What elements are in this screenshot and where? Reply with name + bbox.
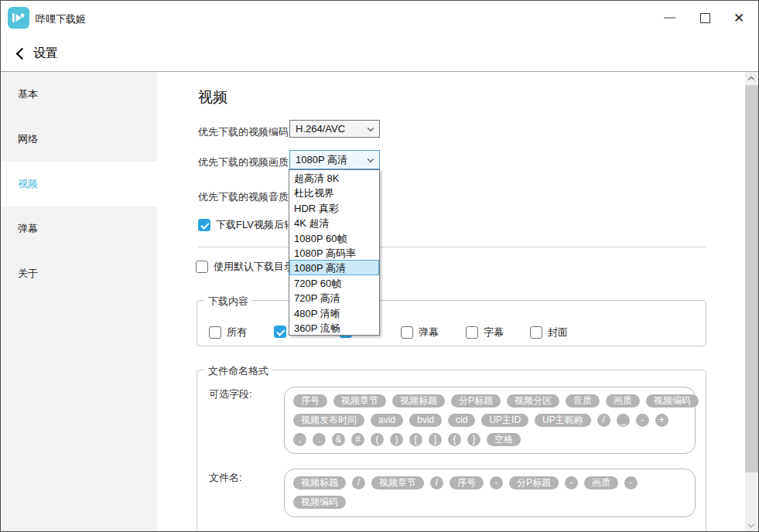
sidebar-item-0[interactable]: 基本 xyxy=(1,72,157,117)
close-button[interactable]: ✕ xyxy=(721,1,757,35)
available-field-tag[interactable]: - xyxy=(636,414,649,427)
available-field-tag[interactable]: . xyxy=(313,433,326,446)
codec-label: 优先下载的视频编码: xyxy=(198,125,292,139)
filename-field-tag[interactable]: - xyxy=(624,476,638,489)
available-field-tag[interactable]: , xyxy=(293,433,306,446)
available-field-tag[interactable]: 音质 xyxy=(566,394,600,408)
filename-field-tag[interactable]: 视频章节 xyxy=(371,476,424,489)
minimize-button[interactable] xyxy=(651,1,687,35)
download-content-checkbox-5[interactable]: 封面 xyxy=(530,326,568,339)
window-title: 哔哩下载姬 xyxy=(36,12,86,26)
quality-option-5[interactable]: 1080P 高码率 xyxy=(289,245,379,260)
available-field-tag[interactable]: [ xyxy=(409,433,422,446)
sidebar-item-2[interactable]: 视频 xyxy=(1,162,157,206)
scrollbar[interactable] xyxy=(745,72,758,532)
filename-label: 文件名: xyxy=(209,471,242,485)
available-field-tag[interactable]: & xyxy=(332,433,345,446)
available-field-tag[interactable]: bvid xyxy=(409,414,442,427)
checkbox-label: 字幕 xyxy=(484,326,504,339)
available-field-row-2: ,.&#()[]{}空格 xyxy=(293,433,686,446)
available-field-tag[interactable]: ] xyxy=(429,433,442,446)
sidebar-item-1[interactable]: 网络 xyxy=(1,117,157,162)
quality-option-3[interactable]: 4K 超清 xyxy=(289,215,379,230)
available-field-tag[interactable]: 画质 xyxy=(606,394,640,408)
maximize-button[interactable] xyxy=(687,1,723,35)
quality-label: 优先下载的视频画质: xyxy=(198,155,292,169)
quality-option-10[interactable]: 360P 流畅 xyxy=(289,320,379,335)
download-content-checkbox-3[interactable]: 弹幕 xyxy=(401,326,439,339)
checkbox-unchecked-icon xyxy=(196,261,208,273)
quality-option-2[interactable]: HDR 真彩 xyxy=(289,200,379,215)
sidebar-item-4[interactable]: 关于 xyxy=(1,251,157,296)
sidebar-item-3[interactable]: 弹幕 xyxy=(1,206,157,251)
codec-select[interactable]: H.264/AVC xyxy=(289,120,380,138)
available-field-tag[interactable]: UP主ID xyxy=(481,414,528,427)
filename-field-tag[interactable]: 视频标题 xyxy=(293,476,346,489)
quality-option-4[interactable]: 1080P 60帧 xyxy=(289,230,379,245)
available-field-tag[interactable]: 视频分区 xyxy=(507,394,559,408)
available-field-tag[interactable]: _ xyxy=(617,414,630,427)
available-field-tag[interactable]: 分P标题 xyxy=(451,394,501,408)
chevron-left-icon xyxy=(16,48,29,60)
filename-field-tag[interactable]: - xyxy=(490,476,503,489)
quality-option-0[interactable]: 超高清 8K xyxy=(289,170,379,185)
chevron-up-icon xyxy=(748,77,754,83)
quality-option-9[interactable]: 480P 清晰 xyxy=(289,305,379,320)
available-field-tag[interactable]: ( xyxy=(371,433,384,446)
app-window: 哔哩下载姬 ✕ 设置 基本网络视频弹幕关于 视频 优先下载的视频编码: H.26… xyxy=(0,0,759,532)
chevron-down-icon xyxy=(368,155,374,162)
quality-option-8[interactable]: 720P 高清 xyxy=(289,290,379,305)
filename-field-tag[interactable]: / xyxy=(352,476,365,489)
checkbox-label: 弹幕 xyxy=(419,326,439,339)
available-field-tag[interactable]: 视频章节 xyxy=(333,394,386,408)
download-content-group: 下载内容 所有弹幕字幕封面 xyxy=(197,300,706,346)
available-field-tag[interactable]: ) xyxy=(390,433,403,446)
filename-field-row-0: 视频标题/视频章节/序号-分P标题-画质- xyxy=(293,476,686,489)
available-field-tag[interactable]: UP主昵称 xyxy=(535,414,591,427)
available-field-tag[interactable]: cid xyxy=(448,414,475,427)
available-field-tag[interactable]: avid xyxy=(371,414,403,427)
available-field-tag[interactable]: { xyxy=(448,433,461,446)
checkbox-checked-icon xyxy=(198,219,210,231)
available-field-tag[interactable]: # xyxy=(351,433,364,446)
scrollbar-thumb[interactable] xyxy=(745,85,758,472)
available-field-tag[interactable]: + xyxy=(655,414,668,427)
download-content-checkbox-0[interactable]: 所有 xyxy=(209,326,247,339)
download-content-checkbox-4[interactable]: 字幕 xyxy=(466,326,504,339)
available-field-row-0: 序号视频章节视频标题分P标题视频分区音质画质视频编码 xyxy=(293,394,686,408)
available-field-tag[interactable]: } xyxy=(467,433,480,446)
checkbox-label: 封面 xyxy=(548,326,568,339)
section-divider xyxy=(198,247,706,247)
chevron-down-icon xyxy=(748,521,754,527)
quality-option-7[interactable]: 720P 60帧 xyxy=(289,275,379,290)
back-button[interactable] xyxy=(13,46,33,66)
filename-field-tag[interactable]: 画质 xyxy=(584,476,618,489)
filename-field-tag[interactable]: 视频编码 xyxy=(293,496,346,509)
filename-field-tag[interactable]: - xyxy=(565,476,578,489)
checkbox-unchecked-icon xyxy=(209,326,221,339)
naming-group: 文件命名格式 可选字段: 序号视频章节视频标题分P标题视频分区音质画质视频编码视… xyxy=(197,370,706,532)
app-logo-icon xyxy=(8,7,29,29)
available-field-tag[interactable]: 序号 xyxy=(293,394,327,408)
available-field-tag[interactable]: 视频发布时间 xyxy=(293,414,364,427)
checkbox-unchecked-icon xyxy=(401,326,413,339)
available-fields-box: 序号视频章节视频标题分P标题视频分区音质画质视频编码视频发布时间avidbvid… xyxy=(284,387,696,454)
scroll-up-button[interactable] xyxy=(745,72,758,85)
available-field-tag[interactable]: 视频标题 xyxy=(392,394,445,408)
filename-field-tag[interactable]: 分P标题 xyxy=(509,476,559,489)
filename-field-tag[interactable]: 序号 xyxy=(450,476,484,489)
quality-select[interactable]: 1080P 高清 xyxy=(289,150,380,169)
download-content-checkbox-1[interactable] xyxy=(274,326,286,338)
quality-option-1[interactable]: 杜比视界 xyxy=(289,185,379,200)
filename-field-tag[interactable]: / xyxy=(430,476,443,489)
naming-legend: 文件命名格式 xyxy=(204,364,272,378)
scroll-down-button[interactable] xyxy=(745,519,758,532)
available-field-tag[interactable]: / xyxy=(597,414,610,427)
available-field-tag[interactable]: 视频编码 xyxy=(646,394,699,408)
quality-option-6[interactable]: 1080P 高清 xyxy=(289,260,379,275)
checkbox-label: 所有 xyxy=(227,326,247,339)
chevron-down-icon xyxy=(368,124,374,131)
default-dir-checkbox[interactable]: 使用默认下载目录 xyxy=(196,260,294,274)
quality-dropdown-list: 超高清 8K杜比视界HDR 真彩4K 超清1080P 60帧1080P 高码率1… xyxy=(289,169,380,336)
available-field-tag[interactable]: 空格 xyxy=(487,433,521,446)
